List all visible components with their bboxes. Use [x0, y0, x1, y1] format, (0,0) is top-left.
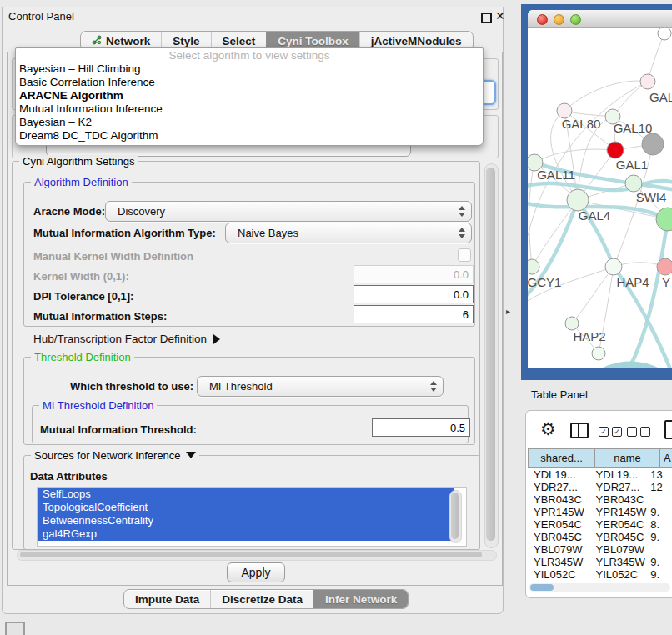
network-node-gcy1[interactable] — [528, 259, 539, 274]
mi-threshold-definition-legend: MI Threshold Definition — [39, 399, 157, 412]
network-node[interactable] — [642, 133, 664, 155]
attribute-item-gal4rgexp[interactable]: gal4RGexp — [38, 528, 454, 541]
attributes-scrollbar[interactable] — [449, 490, 462, 543]
table-horizontal-scrollbar-thumb[interactable] — [530, 584, 554, 591]
sources-legend[interactable]: Sources for Network Inference — [31, 449, 199, 462]
data-attributes-list[interactable]: SelfLoopsTopologicalCoefficientBetweenne… — [37, 487, 467, 547]
aracne-mode-label: Aracne Mode: — [33, 205, 105, 218]
network-node-swi4[interactable] — [625, 175, 642, 192]
network-node-gal1[interactable] — [607, 142, 624, 158]
table-cell: YER054C — [591, 518, 648, 531]
network-canvas[interactable]: GALGAL80GAL10GAL1GAL11SWI4GAL4GCY1HAP4YH… — [528, 27, 672, 368]
bottom-tab-impute-data[interactable]: Impute Data — [124, 590, 210, 608]
table-cell: YER054C — [528, 518, 591, 531]
algorithm-option-dream8-dc-tdc-algorithm[interactable]: Dream8 DC_TDC Algorithm — [16, 129, 483, 142]
column-header-name[interactable]: name — [595, 448, 660, 468]
attribute-item-betweennesscentrality[interactable]: BetweennessCentrality — [38, 514, 454, 528]
table-cell: YBL079W — [528, 543, 591, 556]
float-window-button[interactable] — [481, 12, 492, 23]
table-row[interactable]: YBR043CYBR043C — [528, 493, 672, 506]
table-cell — [647, 493, 672, 506]
network-node-y[interactable] — [657, 258, 672, 275]
attribute-item-topologicalcoefficient[interactable]: TopologicalCoefficient — [38, 501, 454, 514]
updown-arrows-icon — [430, 381, 436, 392]
table-cell: 13 — [647, 468, 672, 481]
table-row[interactable]: YDL19...YDL19...13 — [528, 468, 672, 481]
network-icon — [92, 35, 102, 48]
algorithm-option-bayesian-hill-climbing[interactable]: Bayesian – Hill Climbing — [16, 62, 483, 76]
table-row[interactable]: YPR145WYPR145W9. — [528, 506, 672, 518]
table-settings-gear-icon[interactable]: ⚙ — [540, 419, 556, 439]
deselect-all-checkboxes-icon[interactable] — [627, 427, 650, 437]
chevron-right-icon — [213, 334, 220, 344]
table-panel-title: Table Panel — [531, 388, 588, 401]
table-row[interactable]: YBR045CYBR045C9. — [528, 531, 672, 543]
table-cell: YDL19... — [528, 468, 591, 481]
tab-label: Select — [223, 35, 256, 48]
settings-horizontal-scrollbar-thumb[interactable] — [20, 552, 482, 558]
close-panel-button[interactable]: ✕ — [495, 9, 505, 22]
algorithm-options-list: Bayesian – Hill ClimbingBasic Correlatio… — [16, 62, 483, 142]
table-cell: 9. — [647, 568, 672, 581]
network-node[interactable] — [658, 27, 671, 40]
network-node-label: SWI4 — [636, 190, 667, 204]
table-cell — [647, 543, 672, 556]
mi-algorithm-type-combobox[interactable]: Naive Bayes — [225, 222, 472, 243]
network-node-label: HAP4 — [616, 275, 649, 289]
table-cell: YDR27... — [591, 481, 648, 493]
network-node[interactable] — [656, 208, 672, 231]
mi-steps-label: Mutual Information Steps: — [33, 310, 167, 322]
table-row[interactable]: YBL079WYBL079W — [528, 543, 672, 556]
column-header-a[interactable]: A — [660, 448, 672, 468]
table-row[interactable]: YER054CYER054C8. — [528, 518, 672, 531]
dpi-tolerance-field[interactable] — [354, 285, 474, 303]
algorithm-option-basic-correlation-inference[interactable]: Basic Correlation Inference — [16, 76, 483, 89]
hub-definition-toggle[interactable]: Hub/Transcription Factor Definition — [33, 332, 220, 345]
settings-horizontal-scrollbar[interactable] — [17, 550, 497, 561]
column-layout-icon[interactable] — [570, 422, 589, 438]
data-attributes-label: Data Attributes — [30, 470, 108, 482]
table-cell: YDR27... — [528, 481, 591, 493]
algorithm-option-mutual-information-inference[interactable]: Mutual Information Inference — [16, 102, 483, 116]
bottom-tab-bar: Impute DataDiscretize DataInfer Network — [123, 589, 409, 609]
network-window-titlebar[interactable] — [528, 10, 672, 28]
column-header-shared[interactable]: shared... — [528, 448, 595, 468]
network-node-gal[interactable] — [640, 74, 655, 89]
algorithm-option-aracne-algorithm[interactable]: ARACNE Algorithm — [16, 89, 483, 102]
apply-button[interactable]: Apply — [227, 562, 285, 582]
select-all-checkboxes-icon[interactable]: ✓✓ — [599, 427, 622, 437]
minimize-traffic-light[interactable] — [554, 14, 564, 25]
kernel-width-field[interactable] — [354, 265, 474, 283]
network-node[interactable] — [592, 347, 605, 360]
corner-widget[interactable] — [5, 622, 25, 635]
aracne-mode-combobox[interactable]: Discovery — [105, 201, 472, 222]
network-node-hap2[interactable] — [565, 317, 579, 330]
table-row[interactable]: YIL052CYIL052C9. — [528, 568, 672, 581]
table-row[interactable]: YDR27...YDR27...12 — [528, 481, 672, 493]
bottom-tab-discretize-data[interactable]: Discretize Data — [210, 590, 313, 608]
network-edge — [607, 365, 672, 368]
network-node-label: GAL80 — [562, 117, 601, 131]
network-node-hap4[interactable] — [605, 258, 622, 275]
attribute-item-selfloops[interactable]: SelfLoops — [38, 488, 454, 501]
table-cell: YLR345W — [591, 556, 648, 568]
zoom-traffic-light[interactable] — [570, 14, 581, 25]
table-row[interactable]: YLR345WYLR345W9. — [528, 556, 672, 568]
mi-algorithm-type-value: Naive Bayes — [238, 227, 298, 239]
algorithm-option-bayesian-k2[interactable]: Bayesian – K2 — [16, 116, 483, 129]
mi-steps-field[interactable] — [354, 305, 474, 323]
aracne-mode-value: Discovery — [118, 205, 165, 218]
mi-threshold-field[interactable] — [372, 418, 470, 437]
network-node-label: GAL10 — [614, 121, 653, 135]
bottom-tab-infer-network[interactable]: Infer Network — [313, 590, 408, 608]
table-cell: YPR145W — [591, 506, 648, 518]
tab-label: Style — [173, 35, 199, 48]
which-threshold-combobox[interactable]: MI Threshold — [197, 376, 444, 397]
network-edge — [534, 149, 615, 162]
close-traffic-light[interactable] — [537, 14, 548, 25]
attributes-scrollbar-thumb[interactable] — [451, 492, 459, 539]
manual-kernel-width-checkbox[interactable] — [458, 248, 471, 262]
settings-vertical-scrollbar[interactable] — [484, 163, 499, 548]
new-table-icon[interactable] — [664, 420, 672, 439]
settings-vertical-scrollbar-thumb[interactable] — [486, 168, 495, 541]
